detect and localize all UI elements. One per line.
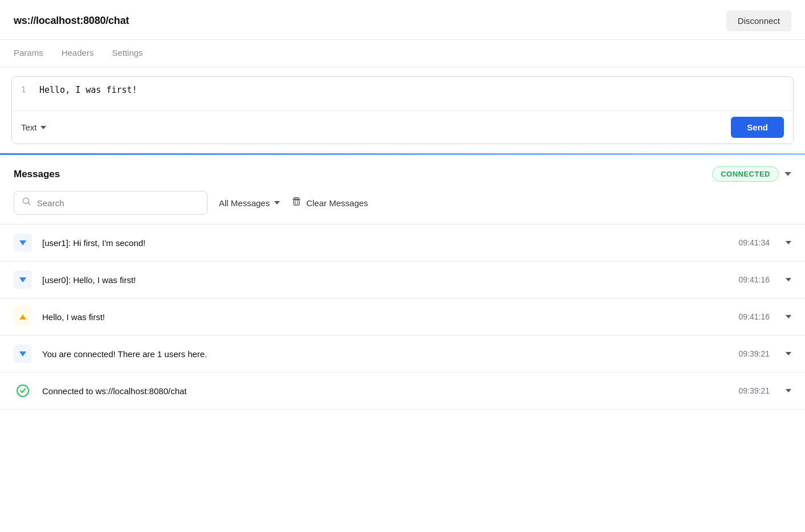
incoming-icon-wrap bbox=[14, 234, 32, 252]
nav-tabs: Params Headers Settings bbox=[0, 40, 805, 67]
message-text: [user0]: Hello, I was first! bbox=[42, 275, 729, 285]
message-timestamp: 09:41:34 bbox=[739, 238, 770, 247]
disconnect-button[interactable]: Disconnect bbox=[726, 10, 791, 31]
text-type-selector[interactable]: Text bbox=[21, 122, 46, 132]
incoming-icon-wrap bbox=[14, 345, 32, 363]
tab-headers[interactable]: Headers bbox=[62, 48, 94, 59]
message-timestamp: 09:39:21 bbox=[739, 386, 770, 395]
ws-url: ws://localhost:8080/chat bbox=[14, 15, 129, 27]
compose-footer: Text Send bbox=[12, 111, 793, 144]
message-expand-icon[interactable] bbox=[786, 315, 791, 318]
svg-rect-2 bbox=[292, 199, 300, 200]
message-timestamp: 09:41:16 bbox=[739, 312, 770, 321]
clear-messages-button[interactable]: Clear Messages bbox=[291, 197, 368, 209]
compose-text: Hello, I was first! bbox=[39, 85, 784, 95]
all-messages-label: All Messages bbox=[219, 198, 270, 208]
message-timestamp: 09:41:16 bbox=[739, 275, 770, 284]
messages-header-right: CONNECTED bbox=[712, 166, 791, 182]
table-row: Hello, I was first! 09:41:16 bbox=[0, 298, 805, 335]
message-text: Connected to ws://localhost:8080/chat bbox=[42, 386, 729, 396]
send-button[interactable]: Send bbox=[731, 117, 784, 138]
tab-params[interactable]: Params bbox=[14, 48, 43, 59]
connected-icon-wrap bbox=[14, 382, 32, 400]
arrow-down-icon bbox=[19, 240, 26, 245]
table-row: [user0]: Hello, I was first! 09:41:16 bbox=[0, 261, 805, 298]
search-box[interactable] bbox=[14, 191, 208, 215]
message-text: You are connected! There are 1 users her… bbox=[42, 349, 729, 359]
filter-row: All Messages Clear Messages bbox=[0, 191, 805, 224]
message-timestamp: 09:39:21 bbox=[739, 349, 770, 358]
table-row: You are connected! There are 1 users her… bbox=[0, 335, 805, 373]
messages-collapse-icon[interactable] bbox=[784, 172, 791, 176]
arrow-down-icon bbox=[19, 351, 26, 357]
connected-badge: CONNECTED bbox=[712, 166, 779, 182]
message-expand-icon[interactable] bbox=[786, 389, 791, 392]
message-expand-icon[interactable] bbox=[786, 241, 791, 244]
text-type-chevron-icon bbox=[40, 126, 46, 129]
table-row: [user1]: Hi first, I'm second! 09:41:34 bbox=[0, 224, 805, 261]
outgoing-icon-wrap bbox=[14, 308, 32, 326]
check-circle-icon bbox=[17, 384, 29, 397]
message-expand-icon[interactable] bbox=[786, 278, 791, 281]
svg-line-1 bbox=[29, 203, 31, 206]
clear-messages-label: Clear Messages bbox=[306, 198, 368, 208]
svg-rect-3 bbox=[294, 200, 299, 205]
table-row: Connected to ws://localhost:8080/chat 09… bbox=[0, 373, 805, 410]
message-list: [user1]: Hi first, I'm second! 09:41:34 … bbox=[0, 224, 805, 410]
arrow-up-icon bbox=[19, 314, 26, 320]
line-number: 1 bbox=[21, 85, 30, 94]
compose-area: 1 Hello, I was first! Text Send bbox=[11, 76, 794, 144]
messages-section: Messages CONNECTED All Messages bbox=[0, 155, 805, 410]
message-text: Hello, I was first! bbox=[42, 312, 729, 322]
top-header: ws://localhost:8080/chat Disconnect bbox=[0, 0, 805, 40]
search-icon bbox=[22, 197, 31, 208]
search-input[interactable] bbox=[37, 198, 199, 208]
arrow-down-icon bbox=[19, 277, 26, 283]
all-messages-dropdown[interactable]: All Messages bbox=[219, 198, 280, 208]
messages-header: Messages CONNECTED bbox=[0, 155, 805, 191]
incoming-icon-wrap bbox=[14, 271, 32, 289]
trash-icon bbox=[291, 197, 302, 209]
all-messages-chevron-icon bbox=[274, 201, 280, 204]
text-type-label: Text bbox=[21, 122, 37, 132]
message-text: [user1]: Hi first, I'm second! bbox=[42, 238, 729, 248]
message-expand-icon[interactable] bbox=[786, 352, 791, 355]
tab-settings[interactable]: Settings bbox=[112, 48, 143, 59]
messages-title: Messages bbox=[14, 169, 60, 180]
compose-editor[interactable]: 1 Hello, I was first! bbox=[12, 77, 793, 111]
